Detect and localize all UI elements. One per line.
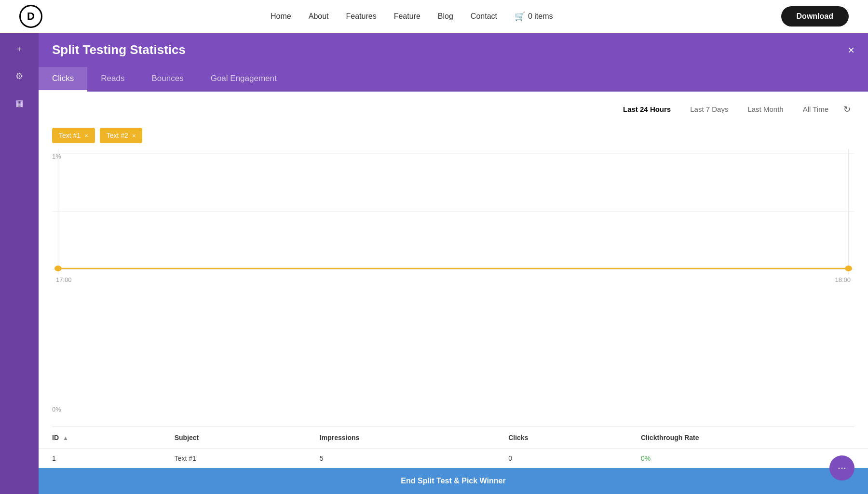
nav-home[interactable]: Home (271, 12, 291, 21)
panel-tabs: Clicks Reads Bounces Goal Engagement (39, 67, 868, 92)
tab-clicks[interactable]: Clicks (39, 67, 87, 92)
nav-features[interactable]: Features (346, 12, 377, 21)
logo: D (19, 5, 42, 28)
refresh-icon[interactable]: ↻ (839, 102, 854, 117)
col-subject[interactable]: Subject (161, 427, 306, 449)
time-filter-row: Last 24 Hours Last 7 Days Last Month All… (39, 92, 868, 122)
download-button[interactable]: Download (781, 6, 849, 27)
chart-x-labels: 17:00 18:00 (52, 274, 854, 283)
col-id[interactable]: ID ▲ (39, 427, 161, 449)
cart-icon: 🛒 (515, 11, 525, 22)
chart-svg (52, 149, 854, 274)
main-area: + ⚙ ▦ Split Testing Statistics × Clicks … (0, 33, 868, 494)
tag-text2-label: Text #2 (107, 132, 128, 139)
chart-area: 1% 0% 17:00 18:00 (39, 149, 868, 427)
table-row: 1 Text #1 5 0 0% (39, 449, 868, 468)
chart-y-top: 1% (52, 153, 61, 160)
filter-7d[interactable]: Last 7 Days (681, 101, 737, 117)
logo-letter: D (27, 10, 35, 23)
tag-text1-close[interactable]: × (84, 132, 88, 139)
stats-table: ID ▲ Subject Impressions Clicks (39, 427, 868, 468)
split-testing-panel: Split Testing Statistics × Clicks Reads … (39, 33, 868, 494)
gear-icon[interactable]: ⚙ (11, 67, 28, 85)
cart-area[interactable]: 🛒 0 items (515, 11, 553, 22)
tag-text2-close[interactable]: × (132, 132, 136, 139)
row-clicks: 0 (495, 449, 627, 468)
cart-items-count: 0 items (528, 12, 553, 21)
row-subject: Text #1 (161, 449, 306, 468)
tab-bounces[interactable]: Bounces (138, 67, 197, 92)
col-impressions-label: Impressions (320, 434, 359, 441)
col-id-label: ID (52, 434, 59, 441)
filter-alltime[interactable]: All Time (794, 101, 837, 117)
nav-feature[interactable]: Feature (394, 12, 420, 21)
nav-blog[interactable]: Blog (438, 12, 453, 21)
svg-point-7 (845, 266, 852, 271)
chart-y-bottom: 0% (52, 406, 61, 413)
chart-x-start: 17:00 (56, 276, 72, 283)
col-clicks[interactable]: Clicks (495, 427, 627, 449)
nav-about[interactable]: About (309, 12, 329, 21)
panel-header: Split Testing Statistics × (39, 33, 868, 67)
filter-month[interactable]: Last Month (739, 101, 792, 117)
tags-row: Text #1 × Text #2 × (39, 122, 868, 149)
grid-icon[interactable]: ▦ (11, 94, 28, 112)
tab-goal-engagement[interactable]: Goal Engagement (197, 67, 290, 92)
col-ctr[interactable]: Clickthrough Rate (627, 427, 868, 449)
row-impressions: 5 (306, 449, 495, 468)
filter-24h[interactable]: Last 24 Hours (614, 101, 679, 117)
nav-contact[interactable]: Contact (471, 12, 497, 21)
tab-reads[interactable]: Reads (87, 67, 138, 92)
panel-title: Split Testing Statistics (52, 42, 186, 57)
col-subject-label: Subject (175, 434, 199, 441)
chart-x-end: 18:00 (835, 276, 851, 283)
panel-body: Last 24 Hours Last 7 Days Last Month All… (39, 92, 868, 494)
top-navigation: D Home About Features Feature Blog Conta… (0, 0, 868, 33)
tag-text1: Text #1 × (52, 128, 95, 143)
plus-icon[interactable]: + (11, 40, 28, 58)
sort-arrow-icon: ▲ (63, 435, 68, 441)
panel-close-button[interactable]: × (848, 43, 854, 57)
tag-text2: Text #2 × (100, 128, 143, 143)
left-sidebar: + ⚙ ▦ (0, 33, 39, 494)
tag-text1-label: Text #1 (59, 132, 81, 139)
nav-right: Download (781, 6, 849, 27)
col-clicks-label: Clicks (508, 434, 528, 441)
float-action-button[interactable]: ··· (829, 455, 854, 481)
col-ctr-label: Clickthrough Rate (641, 434, 699, 441)
col-impressions[interactable]: Impressions (306, 427, 495, 449)
row-id: 1 (39, 449, 161, 468)
end-split-test-button[interactable]: End Split Test & Pick Winner (39, 468, 868, 494)
nav-links: Home About Features Feature Blog Contact… (271, 11, 553, 22)
logo-circle: D (19, 5, 42, 28)
